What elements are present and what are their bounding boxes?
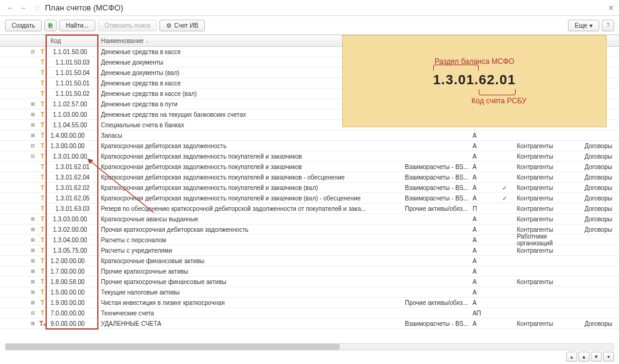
scroll-down-icon[interactable]: ▼ (591, 352, 602, 362)
type-icon: Т (37, 247, 48, 254)
subconto1-cell: Контрагенты (514, 143, 582, 149)
table-row[interactable]: ⊞Тₓ9.0.00.00.00УДАЛЕННЫЕ СЧЕТАВзаиморасч… (0, 318, 619, 329)
type-icon: Т (37, 111, 48, 118)
table-row[interactable]: ⊞Т1.4.00.00.00ЗапасыА (0, 130, 619, 141)
type-icon: Т (37, 258, 48, 264)
find-button[interactable]: Найти... (59, 20, 95, 31)
expand-icon[interactable]: ⊞ (30, 289, 36, 295)
code-cell: 1.3.01.63.03 (48, 205, 98, 212)
table-row[interactable]: ⊟Т1.1.01.50.00Денежные средства в кассе (0, 47, 619, 57)
expand-icon[interactable]: ⊞ (30, 268, 36, 274)
subconto1-cell: Контрагенты (514, 174, 582, 181)
table-row[interactable]: ⊞Т1.3.03.00.00Краткосрочные авансы выдан… (0, 214, 619, 224)
code-cell: 1.5.00.00.00 (48, 289, 98, 296)
help-button[interactable]: ? (602, 20, 614, 31)
expand-icon[interactable]: ⊞ (30, 216, 36, 222)
expand-icon[interactable]: ⊞ (30, 258, 36, 264)
expand-icon[interactable]: ⊞ (30, 299, 36, 306)
scroll-top-icon[interactable]: ▴ (566, 352, 577, 362)
type-cell: П (470, 205, 495, 212)
name-cell: Краткосрочная дебиторская задолженность … (98, 184, 402, 191)
name-cell: Денежные средства в кассе (98, 80, 402, 87)
expand-icon[interactable]: ⊞ (30, 122, 36, 128)
more-button[interactable]: Еще ▾ (568, 20, 599, 31)
table-row[interactable]: Т1.1.01.50.03Денежные документы (0, 57, 619, 68)
type-cell: А (470, 164, 495, 170)
scroll-up-icon[interactable]: ▲ (578, 352, 589, 362)
name-cell: Прочая краткосрочная дебиторская задолже… (98, 226, 402, 233)
table-row[interactable]: Т1.3.01.62.02Краткосрочная дебиторская з… (0, 183, 619, 193)
table-row[interactable]: ⊞Т1.1.04.55.00Специальные счета в банках… (0, 120, 619, 130)
accounts-button[interactable]: ⚙ Счет ИВ (159, 20, 205, 31)
subconto1-cell: Контрагенты (514, 320, 582, 327)
collapse-icon[interactable]: ⊟ (30, 153, 36, 159)
expand-icon[interactable]: ⊞ (30, 132, 36, 138)
chevron-down-icon: ▾ (589, 22, 593, 29)
table-row[interactable]: ⊞Т1.1.03.00.00Денежные средства на текущ… (0, 109, 619, 120)
table-row[interactable]: Т1.3.01.62.01Краткосрочная дебиторская з… (0, 162, 619, 172)
table-row[interactable]: ⊞Т1.5.00.00.00Текущие налоговые активыА (0, 287, 619, 298)
table-row[interactable]: ⊟Т1.3.00.00.00Краткосрочная дебиторская … (0, 141, 619, 151)
subconto1-cell: Контрагенты (514, 153, 582, 160)
view-cell: Прочие активы/обяз... (402, 205, 470, 212)
table-row[interactable]: Т1.1.01.50.01Денежные средства в кассе (0, 78, 619, 89)
excel-export-button[interactable]: ⎘ (44, 20, 57, 31)
collapse-icon[interactable]: ⊟ (30, 310, 36, 316)
name-cell: Краткосрочная дебиторская задолженность (98, 143, 402, 149)
table-row[interactable]: ⊞Т1.7.00.00.00Прочие краткосрочные актив… (0, 266, 619, 277)
excel-icon: ⎘ (49, 22, 52, 29)
star-icon[interactable]: ☆ (33, 3, 41, 13)
expand-icon[interactable]: ⊞ (30, 101, 36, 107)
type-icon: Т (37, 195, 48, 202)
gear-icon: ⚙ (166, 22, 172, 29)
scroll-bottom-icon[interactable]: ▾ (603, 352, 614, 362)
expand-icon[interactable]: ⊞ (30, 320, 36, 326)
type-icon: Т (37, 49, 48, 55)
table-row[interactable]: ⊞Т1.3.04.00.00Расчеты с персоналомАРабот… (0, 235, 619, 245)
table-row[interactable]: ⊞Т1.8.00.58.00Прочие краткосрочные финан… (0, 277, 619, 287)
code-cell: 1.3.01.62.04 (48, 174, 98, 181)
type-icon: Т (37, 80, 48, 87)
close-icon[interactable]: ✕ (608, 4, 614, 12)
type-cell: А (470, 216, 495, 223)
expand-icon[interactable]: ⊞ (30, 237, 36, 243)
code-cell: 9.0.00.00.00 (48, 320, 98, 327)
name-cell: Резерв по обесценению краткосрочной деби… (98, 205, 402, 212)
table-row[interactable]: ⊞Т1.3.05.75.00Расчеты с учредителямиАКон… (0, 245, 619, 256)
type-cell: АП (470, 310, 495, 317)
view-cell: Прочие активы/обяз... (402, 299, 470, 306)
name-cell: Технические счета (98, 310, 402, 317)
check-cell: ✓ (495, 195, 514, 202)
name-cell: Прочие краткосрочные финансовые активы (98, 279, 402, 285)
name-cell: Краткосрочные авансы выданные (98, 216, 402, 223)
table-row[interactable]: ⊞Т1.9.00.00.00Чистая инвестиция в лизинг… (0, 298, 619, 308)
type-icon: Т (37, 279, 48, 285)
table-row[interactable]: Т1.3.01.62.05Краткосрочная дебиторская з… (0, 193, 619, 204)
expand-icon[interactable]: ⊞ (30, 111, 36, 117)
forward-icon[interactable]: → (17, 2, 28, 14)
back-icon[interactable]: ← (5, 2, 16, 14)
subconto2-cell: Договоры (582, 174, 619, 181)
expand-icon[interactable]: ⊞ (30, 279, 36, 285)
subconto1-cell: Контрагенты (514, 226, 582, 233)
collapse-icon[interactable]: ⊟ (30, 143, 36, 149)
table-row[interactable]: Т1.3.01.63.03Резерв по обесценению кратк… (0, 204, 619, 214)
collapse-icon[interactable]: ⊟ (30, 49, 36, 55)
table-row[interactable]: Т1.3.01.62.04Краткосрочная дебиторская з… (0, 172, 619, 183)
table-row[interactable]: Т1.1.01.50.04Денежные документы (вал) (0, 68, 619, 78)
table-row[interactable]: ⊟Т1.3.01.00.00Краткосрочная дебиторская … (0, 151, 619, 162)
col-name[interactable]: Наименование↓ (98, 38, 402, 44)
type-icon: Т (37, 90, 48, 97)
table-row[interactable]: ⊞Т1.1.02.57.00Денежные средства в пути (0, 99, 619, 109)
table-row[interactable]: Т1.1.01.50.02Денежные средства в кассе (… (0, 89, 619, 99)
expand-icon[interactable]: ⊞ (30, 226, 36, 232)
create-button[interactable]: Создать (5, 20, 42, 31)
expand-icon[interactable]: ⊞ (30, 247, 36, 253)
table-row[interactable]: ⊞Т1.2.00.00.00Краткосрочные финансовые а… (0, 256, 619, 266)
type-icon: Т (37, 143, 48, 149)
table-row[interactable]: ⊟Т7.0.00.00.00Технические счетаАП (0, 308, 619, 318)
col-code[interactable]: Код (48, 38, 98, 44)
code-cell: 1.1.01.50.03 (48, 59, 98, 66)
horizontal-scrollbar[interactable] (5, 343, 614, 350)
type-icon: Т (37, 310, 48, 317)
